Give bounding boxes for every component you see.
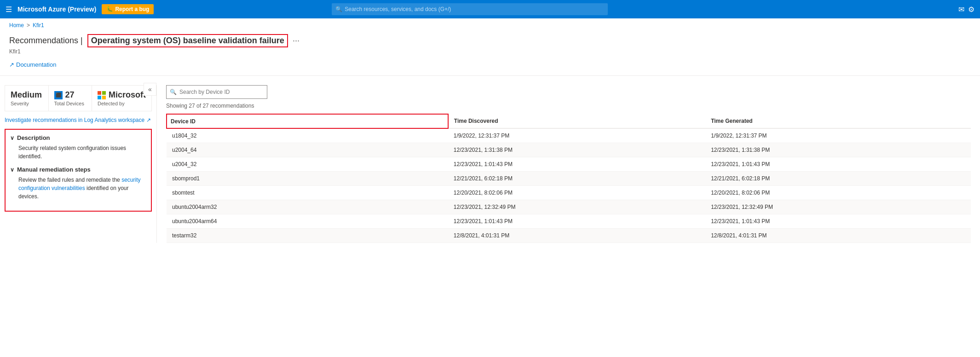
cell-time-discovered: 12/8/2021, 4:01:31 PM [448, 229, 705, 243]
cell-time-generated: 12/21/2021, 6:02:18 PM [705, 172, 971, 186]
microsoft-logo [98, 91, 106, 99]
main-content: Home > Kfir1 Recommendations | Operating… [0, 18, 980, 357]
cell-device-id: sbomtest [167, 186, 448, 200]
breadcrumb: Home > Kfir1 [0, 18, 980, 32]
right-panel: 🔍 Showing 27 of 27 recommendations Devic… [156, 85, 980, 243]
remediation-content: Review the failed rules and remediate th… [10, 176, 146, 201]
table-row[interactable]: testarm32 12/8/2021, 4:01:31 PM 12/8/202… [167, 229, 971, 243]
devices-value: ⬛ 27 [54, 90, 86, 100]
report-bug-button[interactable]: 🐛 Report a bug [102, 4, 154, 14]
page-title-highlight: Operating system (OS) baseline validatio… [87, 34, 288, 47]
investigate-link-section: Investigate recommendations in Log Analy… [5, 117, 152, 123]
col-header-time-discovered: Time Discovered [448, 114, 705, 128]
description-section: ∨ Description Security related system co… [10, 134, 146, 161]
severity-value: Medium [11, 90, 43, 100]
devices-label: Total Devices [54, 101, 86, 106]
documentation-section: ↗ Documentation [0, 58, 980, 71]
page-title-row: Recommendations | Operating system (OS) … [9, 34, 971, 47]
menu-icon[interactable]: ☰ [6, 5, 12, 14]
cell-time-generated: 12/23/2021, 1:01:43 PM [705, 157, 971, 172]
app-title: Microsoft Azure (Preview) [17, 6, 96, 13]
topbar: ☰ Microsoft Azure (Preview) 🐛 Report a b… [0, 0, 980, 18]
cell-device-id: u2004_32 [167, 157, 448, 172]
cell-device-id: testarm32 [167, 229, 448, 243]
device-icon: ⬛ [54, 91, 63, 99]
col-header-time-generated: Time Generated [705, 114, 971, 128]
topbar-right-icons: ✉ ⚙ [958, 5, 974, 14]
search-bar-icon: 🔍 [170, 89, 177, 95]
col-header-device-id[interactable]: Device ID [167, 114, 448, 128]
cell-time-generated: 12/23/2021, 1:01:43 PM [705, 214, 971, 229]
page-subtitle: Kfir1 [9, 48, 971, 55]
remediation-header[interactable]: ∨ Manual remediation steps [10, 166, 146, 173]
collapse-button[interactable]: « [144, 83, 156, 96]
search-bar: 🔍 [166, 85, 267, 99]
cell-time-discovered: 12/21/2021, 6:02:18 PM [448, 172, 705, 186]
remediation-section: ∨ Manual remediation steps Review the fa… [10, 166, 146, 201]
table-row[interactable]: u2004_32 12/23/2021, 1:01:43 PM 12/23/20… [167, 157, 971, 172]
severity-label: Severity [11, 101, 43, 106]
devices-stat: ⬛ 27 Total Devices [49, 86, 92, 111]
breadcrumb-home[interactable]: Home [9, 22, 24, 29]
table-row[interactable]: sbomtest 12/20/2021, 8:02:06 PM 12/20/20… [167, 186, 971, 200]
table-row[interactable]: u2004_64 12/23/2021, 1:31:38 PM 12/23/20… [167, 143, 971, 157]
cell-time-generated: 12/8/2021, 4:01:31 PM [705, 229, 971, 243]
cell-device-id: ubuntu2004arm32 [167, 200, 448, 214]
table-row[interactable]: u1804_32 1/9/2022, 12:31:37 PM 1/9/2022,… [167, 128, 971, 143]
cell-time-generated: 12/23/2021, 1:31:38 PM [705, 143, 971, 157]
cell-time-discovered: 12/23/2021, 1:01:43 PM [448, 214, 705, 229]
global-search-input[interactable] [332, 3, 608, 15]
cell-time-discovered: 12/23/2021, 1:01:43 PM [448, 157, 705, 172]
detected-value: Microsoft [98, 90, 146, 100]
detail-sections: ∨ Description Security related system co… [5, 129, 152, 212]
table-row[interactable]: sbomprod1 12/21/2021, 6:02:18 PM 12/21/2… [167, 172, 971, 186]
breadcrumb-sep-1: > [27, 22, 30, 29]
notification-icon[interactable]: ✉ [958, 5, 964, 14]
cell-time-discovered: 12/23/2021, 1:31:38 PM [448, 143, 705, 157]
table-row[interactable]: ubuntu2004arm32 12/23/2021, 12:32:49 PM … [167, 200, 971, 214]
detected-stat: Microsoft Detected by [92, 86, 151, 111]
cell-time-generated: 12/23/2021, 12:32:49 PM [705, 200, 971, 214]
documentation-link[interactable]: ↗ Documentation [9, 61, 56, 68]
results-count: Showing 27 of 27 recommendations [166, 103, 971, 109]
breadcrumb-kfir1[interactable]: Kfir1 [33, 22, 44, 29]
remediation-chevron: ∨ [10, 167, 14, 173]
table-row[interactable]: ubuntu2004arm64 12/23/2021, 1:01:43 PM 1… [167, 214, 971, 229]
cell-device-id: sbomprod1 [167, 172, 448, 186]
global-search: 🔍 [332, 3, 608, 15]
stats-row: Medium Severity ⬛ 27 Total Devices [5, 85, 152, 111]
description-content: Security related system configuration is… [10, 144, 146, 161]
external-link-icon: ↗ [146, 117, 151, 123]
cell-time-discovered: 12/20/2021, 8:02:06 PM [448, 186, 705, 200]
more-options-button[interactable]: ··· [293, 36, 300, 46]
settings-icon[interactable]: ⚙ [968, 5, 974, 14]
cell-time-discovered: 1/9/2022, 12:31:37 PM [448, 128, 705, 143]
page-title-prefix: Recommendations | [9, 36, 83, 46]
page-header: Recommendations | Operating system (OS) … [0, 32, 980, 58]
cell-device-id: u2004_64 [167, 143, 448, 157]
cell-device-id: u1804_32 [167, 128, 448, 143]
link-out-icon: ↗ [9, 61, 14, 68]
cell-time-discovered: 12/23/2021, 12:32:49 PM [448, 200, 705, 214]
table-header-row: Device ID Time Discovered Time Generated [167, 114, 971, 128]
detected-label: Detected by [98, 101, 146, 106]
device-search-input[interactable] [166, 85, 267, 99]
divider [0, 75, 980, 76]
severity-stat: Medium Severity [5, 86, 49, 111]
cell-time-generated: 1/9/2022, 12:31:37 PM [705, 128, 971, 143]
description-header[interactable]: ∨ Description [10, 134, 146, 141]
search-icon: 🔍 [335, 6, 342, 12]
investigate-link[interactable]: Investigate recommendations in Log Analy… [5, 117, 152, 123]
cell-device-id: ubuntu2004arm64 [167, 214, 448, 229]
bug-icon: 🐛 [106, 6, 113, 12]
description-chevron: ∨ [10, 135, 14, 141]
recommendations-table: Device ID Time Discovered Time Generated… [166, 114, 971, 243]
content-area: « Medium Severity ⬛ 27 Total Devices [0, 81, 980, 243]
cell-time-generated: 12/20/2021, 8:02:06 PM [705, 186, 971, 200]
left-panel: « Medium Severity ⬛ 27 Total Devices [0, 85, 156, 243]
